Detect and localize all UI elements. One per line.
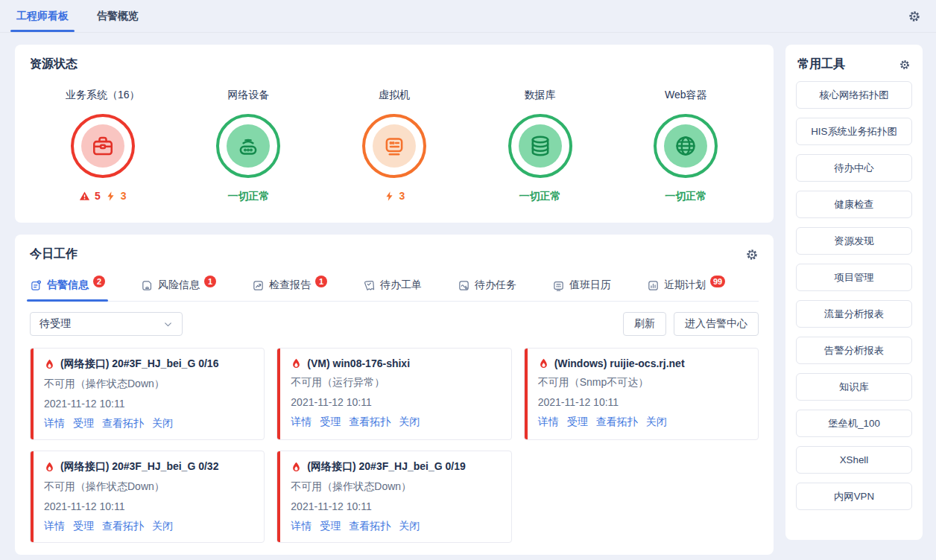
tool-core-network-topology[interactable]: 核心网络拓扑图 [796,81,912,109]
tab-risk-info[interactable]: 风险信息 1 [141,273,216,301]
ticket-icon [363,279,376,292]
today-work-panel: 今日工作 告警信息 2 风险信息 1 检查报告 1 [15,235,774,555]
tab-label: 近期计划 [664,279,706,292]
detail-link[interactable]: 详情 [291,520,312,533]
detail-link[interactable]: 详情 [44,417,65,430]
tab-label: 检查报告 [269,279,311,292]
alert-card: (网络接口) 20#3F_HJ_bei_G 0/16 不可用（操作状态Down）… [30,348,265,440]
resource-status-title: 资源状态 [30,57,759,72]
risk-doc-icon [141,279,154,292]
alert-time: 2021-11-12 10:11 [44,398,253,410]
view-topology-link[interactable]: 查看拓扑 [102,520,144,533]
bar-chart-icon [647,279,660,292]
settings-gear-icon[interactable] [908,10,921,23]
tool-resource-discovery[interactable]: 资源发现 [796,227,912,255]
alert-card: (网络接口) 20#3F_HJ_bei_G 0/32 不可用（操作状态Down）… [30,451,265,543]
router-icon [227,124,270,168]
tool-traffic-analysis-report[interactable]: 流量分析报表 [796,300,912,328]
view-topology-link[interactable]: 查看拓扑 [349,520,390,533]
detail-link[interactable]: 详情 [291,416,312,429]
view-topology-link[interactable]: 查看拓扑 [596,416,638,429]
accept-link[interactable]: 受理 [73,417,94,430]
alert-title: (Windows) ruijie-ocs.rj.net [554,357,685,369]
tool-bastion-host[interactable]: 堡垒机_100 [796,410,912,437]
calendar-icon [552,279,565,292]
tab-label: 待办工单 [380,279,422,292]
warn-count: 3 [399,190,405,202]
resource-grid: 业务系统（16） 5 3 网络设备 一切正常 虚拟机 [30,83,759,211]
tab-badge: 99 [710,276,725,287]
tab-pending-tickets[interactable]: 待办工单 [363,273,422,301]
tab-alarm-info[interactable]: 告警信息 2 [30,273,105,301]
alert-time: 2021-11-12 10:11 [291,500,500,512]
accept-link[interactable]: 受理 [73,520,94,533]
tool-xshell[interactable]: XShell [796,446,912,474]
briefcase-icon [81,124,124,168]
bolt-icon [105,191,116,202]
tool-project-management[interactable]: 项目管理 [796,264,912,291]
tools-gear-icon[interactable] [899,59,911,71]
alarm-center-button[interactable]: 进入告警中心 [674,312,759,336]
detail-link[interactable]: 详情 [538,416,559,429]
resource-ok-status: 一切正常 [519,190,561,203]
resource-network-device[interactable]: 网络设备 一切正常 [176,83,322,211]
tool-his-business-topology[interactable]: HIS系统业务拓扑图 [796,118,912,145]
tool-intranet-vpn[interactable]: 内网VPN [796,483,912,510]
tab-pending-tasks[interactable]: 待办任务 [458,273,516,301]
close-link[interactable]: 关闭 [399,520,420,533]
tab-badge: 1 [204,276,216,287]
database-icon [519,124,562,168]
close-link[interactable]: 关闭 [399,416,420,429]
view-topology-link[interactable]: 查看拓扑 [102,417,144,430]
close-link[interactable]: 关闭 [646,416,667,429]
refresh-button[interactable]: 刷新 [623,312,666,336]
flame-icon [44,461,55,473]
globe-icon [664,124,707,168]
resource-status-counts: 5 3 [79,190,127,202]
tab-badge: 1 [315,276,327,287]
accept-link[interactable]: 受理 [320,520,341,533]
alert-time: 2021-11-12 10:11 [291,396,500,408]
tab-duty-calendar[interactable]: 值班日历 [552,273,611,301]
alert-card: (Windows) ruijie-ocs.rj.net 不可用（Snmp不可达）… [524,348,759,440]
alert-title: (VM) win08-176-shixi [307,357,410,369]
alert-doc-icon [30,279,42,292]
alert-desc: 不可用（Snmp不可达） [538,376,747,389]
flame-icon [291,461,302,473]
tool-todo-center[interactable]: 待办中心 [796,154,912,182]
alert-desc: 不可用（运行异常） [291,376,500,389]
chevron-down-icon [163,319,173,329]
alert-title: (网络接口) 20#3F_HJ_bei_G 0/32 [60,460,218,474]
report-chart-icon [252,279,265,292]
close-link[interactable]: 关闭 [152,520,173,533]
detail-link[interactable]: 详情 [44,520,65,533]
view-topology-link[interactable]: 查看拓扑 [349,416,390,429]
tool-alarm-analysis-report[interactable]: 告警分析报表 [796,337,912,364]
tab-label: 待办任务 [475,279,516,292]
alert-desc: 不可用（操作状态Down） [44,480,253,494]
select-value: 待受理 [39,317,71,331]
resource-web-container[interactable]: Web容器 一切正常 [613,83,759,211]
resource-label: 业务系统（16） [66,89,140,102]
warn-count: 3 [121,190,127,202]
bolt-icon [384,191,395,202]
close-link[interactable]: 关闭 [152,417,173,430]
alert-title: (网络接口) 20#3F_HJ_bei_G 0/19 [307,460,465,474]
tool-knowledge-base[interactable]: 知识库 [796,373,912,401]
accept-link[interactable]: 受理 [567,416,588,429]
tool-health-check[interactable]: 健康检查 [796,191,912,218]
flame-icon [538,357,549,369]
resource-database[interactable]: 数据库 一切正常 [467,83,613,211]
tab-recent-plans[interactable]: 近期计划 99 [647,273,725,301]
resource-virtual-machine[interactable]: 虚拟机 3 [321,83,467,211]
tab-engineer-dashboard[interactable]: 工程师看板 [15,1,70,32]
tab-alarm-overview[interactable]: 告警概览 [95,1,140,32]
tab-label: 风险信息 [158,279,200,292]
alarm-state-select[interactable]: 待受理 [30,312,183,336]
resource-label: 数据库 [525,89,556,102]
today-work-gear-icon[interactable] [745,248,759,261]
resource-business-system[interactable]: 业务系统（16） 5 3 [30,83,176,211]
tab-inspection-report[interactable]: 检查报告 1 [252,273,327,301]
accept-link[interactable]: 受理 [320,416,341,429]
alert-desc: 不可用（操作状态Down） [44,378,253,391]
